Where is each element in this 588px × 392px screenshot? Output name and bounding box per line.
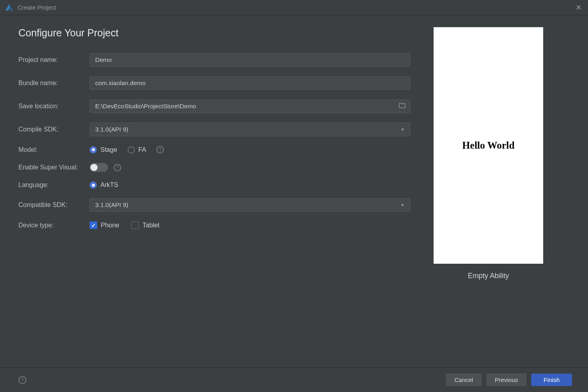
save-location-input[interactable] bbox=[90, 99, 410, 113]
model-help-icon[interactable]: ? bbox=[156, 146, 164, 153]
device-type-label: Device type: bbox=[18, 222, 90, 229]
super-visual-toggle[interactable] bbox=[90, 163, 108, 172]
checkbox-label: Tablet bbox=[142, 222, 160, 229]
app-logo-icon bbox=[5, 3, 14, 12]
model-label: Model: bbox=[18, 146, 90, 153]
radio-icon bbox=[90, 146, 97, 153]
preview-column: Hello World Empty Ability bbox=[426, 27, 550, 367]
device-checkbox-phone[interactable]: Phone bbox=[90, 221, 119, 229]
footer-help-icon[interactable]: ? bbox=[18, 376, 26, 384]
bundle-name-label: Bundle name: bbox=[18, 80, 90, 87]
model-radio-fa[interactable]: FA bbox=[128, 146, 146, 153]
device-checkbox-tablet[interactable]: Tablet bbox=[131, 221, 160, 229]
preview-caption: Empty Ability bbox=[468, 272, 509, 280]
compatible-sdk-select[interactable]: 3.1.0(API 9) ▼ bbox=[90, 198, 410, 212]
radio-label: Stage bbox=[100, 146, 117, 153]
cancel-button[interactable]: Cancel bbox=[446, 374, 482, 386]
close-icon[interactable]: ✕ bbox=[574, 2, 583, 14]
bundle-name-input[interactable] bbox=[90, 76, 410, 90]
checkbox-icon bbox=[90, 221, 97, 229]
chevron-down-icon: ▼ bbox=[400, 127, 405, 132]
previous-button[interactable]: Previous bbox=[486, 374, 526, 386]
radio-label: FA bbox=[138, 146, 146, 153]
project-name-label: Project name: bbox=[18, 56, 90, 64]
radio-label: ArkTS bbox=[100, 181, 118, 189]
super-visual-help-icon[interactable]: ? bbox=[114, 164, 121, 171]
compile-sdk-select[interactable]: 3.1.0(API 9) ▼ bbox=[90, 123, 410, 136]
radio-icon bbox=[128, 146, 135, 153]
browse-folder-icon[interactable] bbox=[399, 103, 406, 110]
super-visual-label: Enable Super Visual: bbox=[18, 164, 90, 171]
form-column: Configure Your Project Project name: Bun… bbox=[18, 27, 410, 367]
radio-icon bbox=[90, 181, 97, 189]
compile-sdk-label: Compile SDK: bbox=[18, 126, 90, 133]
compatible-sdk-value: 3.1.0(API 9) bbox=[95, 201, 128, 209]
template-preview: Hello World bbox=[434, 27, 543, 264]
language-label: Language: bbox=[18, 181, 90, 189]
checkbox-icon bbox=[131, 221, 139, 229]
compatible-sdk-label: Compatible SDK: bbox=[18, 201, 90, 209]
compile-sdk-value: 3.1.0(API 9) bbox=[95, 126, 128, 133]
page-title: Configure Your Project bbox=[18, 27, 410, 39]
finish-button[interactable]: Finish bbox=[531, 374, 572, 386]
preview-text: Hello World bbox=[462, 140, 515, 151]
chevron-down-icon: ▼ bbox=[400, 203, 405, 207]
content-area: Configure Your Project Project name: Bun… bbox=[0, 15, 588, 367]
title-bar: Create Project ✕ bbox=[0, 0, 588, 15]
save-location-label: Save location: bbox=[18, 103, 90, 110]
checkbox-label: Phone bbox=[101, 222, 119, 229]
language-radio-arkts[interactable]: ArkTS bbox=[90, 181, 118, 189]
window-title: Create Project bbox=[18, 4, 56, 11]
model-radio-stage[interactable]: Stage bbox=[90, 146, 117, 153]
footer: ? Cancel Previous Finish bbox=[0, 367, 588, 392]
project-name-input[interactable] bbox=[90, 53, 410, 67]
